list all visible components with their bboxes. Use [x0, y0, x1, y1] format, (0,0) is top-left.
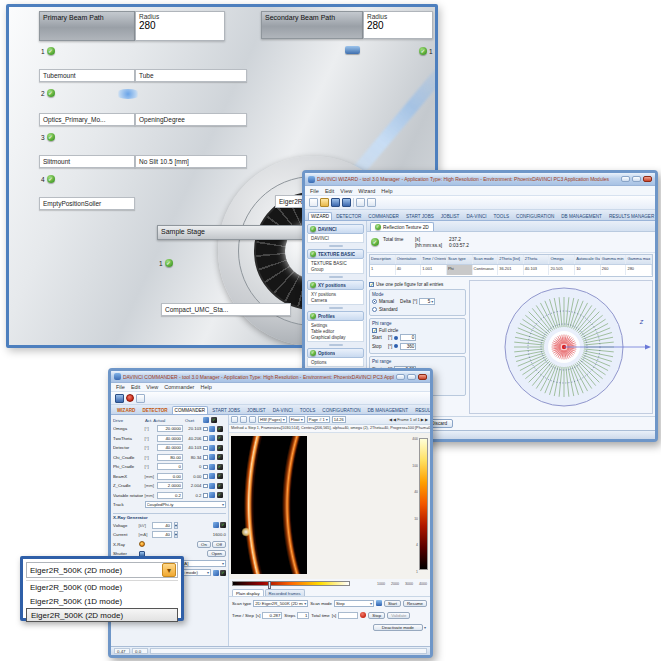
chart-icon[interactable] — [209, 473, 215, 479]
sidebar-group-davinci[interactable]: ✓DAVINCI — [307, 224, 364, 234]
chart-icon[interactable] — [213, 570, 219, 576]
cell-scan-type[interactable]: Phi — [447, 265, 473, 275]
sidebar-group-texture-basic[interactable]: ✓TEXTURE BASIC — [307, 249, 364, 259]
close-button[interactable] — [418, 374, 427, 380]
menu-edit[interactable]: Edit — [325, 188, 334, 194]
cell-omega[interactable]: 20.505 — [549, 265, 575, 275]
voltage-input[interactable]: 40 — [152, 522, 172, 529]
tab-reflection-texture-2d[interactable]: ✓ Reflection Texture 2D — [370, 222, 434, 231]
steps-input[interactable]: 1 — [297, 612, 309, 619]
display-tab-plain-display[interactable]: Plain display — [232, 589, 264, 596]
new-file-icon[interactable] — [309, 198, 318, 207]
detector-frame-image[interactable] — [231, 436, 307, 574]
flag-icon[interactable]: ✓ — [217, 445, 223, 451]
dropdown-option-0[interactable]: Eiger2R_500K (0D mode) — [26, 581, 178, 595]
cell-time-orientation[interactable]: 1.001 — [421, 265, 447, 275]
optics-mount-box[interactable]: Optics_Primary_Mo... — [39, 113, 135, 126]
flag-icon[interactable]: ✓ — [217, 483, 223, 489]
tab-db-management[interactable]: DB MANAGEMENT — [365, 406, 412, 414]
float-select[interactable]: Float ▾ — [289, 416, 305, 423]
save-all-icon[interactable] — [342, 198, 351, 207]
cell-orientation[interactable]: 40 — [396, 265, 422, 275]
drive-checkbox[interactable] — [203, 427, 208, 432]
phi-start-input[interactable]: 0 — [400, 334, 416, 341]
first-frame-icon[interactable]: ◀ — [389, 417, 392, 422]
chart-icon[interactable] — [209, 492, 215, 498]
flag-icon[interactable]: ✓ — [217, 464, 223, 470]
chart-icon[interactable] — [209, 483, 215, 489]
sidebar-group-profiles[interactable]: ✓Profiles — [307, 311, 364, 321]
lock-icon[interactable] — [356, 198, 365, 207]
menu-view[interactable]: View — [146, 384, 158, 390]
menu-edit[interactable]: Edit — [131, 384, 140, 390]
dropdown-option-1[interactable]: Eiger2R_500K (1D mode) — [26, 595, 178, 609]
tab-commander[interactable]: COMMANDER — [365, 212, 402, 220]
layout-split-icon[interactable] — [240, 416, 247, 423]
sidebar-group-options[interactable]: ✓Options — [307, 348, 364, 358]
check-icon[interactable]: ✓ — [165, 259, 173, 267]
display-tab-recorded-frames[interactable]: Recorded frames — [265, 589, 305, 596]
menu-commander[interactable]: Commander — [164, 384, 194, 390]
tab-detector[interactable]: DETECTOR — [333, 212, 364, 220]
chart-icon[interactable] — [209, 464, 215, 470]
sidebar-item-graphical-display[interactable]: Graphical display — [310, 334, 361, 340]
check-icon[interactable]: ✓ — [47, 89, 55, 97]
flag-icon[interactable]: ✓ — [217, 454, 223, 460]
drive-checkbox[interactable] — [203, 484, 208, 489]
chart-icon[interactable] — [209, 426, 215, 432]
intensity-gradient-slider[interactable] — [232, 581, 350, 586]
secondary-component-icon[interactable] — [345, 46, 360, 54]
drive-target-input[interactable]: 0 — [157, 463, 183, 470]
sidebar-item-camera[interactable]: Camera — [310, 297, 361, 303]
drive-target-input[interactable]: 20.0000 — [157, 425, 183, 432]
flag-icon[interactable]: ✓ — [217, 492, 223, 498]
tab-joblist[interactable]: JOBLIST — [244, 406, 269, 414]
stop-button[interactable]: Stop — [368, 612, 385, 619]
full-circle-checkbox[interactable] — [372, 328, 377, 333]
drive-target-input[interactable]: 40.0000 — [157, 444, 183, 451]
opening-degree-box[interactable]: OpeningDegree — [135, 113, 247, 126]
sidebar-item-davinci[interactable]: DAVINCI — [310, 235, 361, 241]
tab-configuration[interactable]: CONFIGURATION — [319, 406, 363, 414]
current-input[interactable]: 40 — [152, 531, 172, 538]
menu-file[interactable]: File — [310, 188, 319, 194]
tab-db-management[interactable]: DB MANAGEMENT — [558, 212, 605, 220]
tab-start-jobs[interactable]: START JOBS — [209, 406, 243, 414]
chart-icon[interactable] — [209, 435, 215, 441]
calculator-icon[interactable] — [136, 394, 145, 403]
track-select[interactable]: CoupledPhi-ty ▾ — [145, 501, 227, 508]
dropdown-option-2[interactable]: Eiger2R_500K (2D mode) — [26, 608, 178, 622]
current-spinner[interactable] — [174, 531, 178, 538]
save-icon[interactable] — [115, 394, 124, 403]
tab-start-jobs[interactable]: START JOBS — [403, 212, 437, 220]
slider-handle[interactable] — [268, 581, 271, 589]
xray-on-button[interactable]: On — [197, 541, 211, 548]
menu-file[interactable]: File — [116, 384, 125, 390]
separator-handle[interactable] — [329, 344, 343, 346]
cell-gamma-max[interactable]: 280 — [626, 265, 652, 275]
drive-target-input[interactable]: 40.0000 — [157, 435, 183, 442]
separator-handle[interactable] — [329, 245, 343, 247]
separator-handle[interactable] — [329, 276, 343, 278]
delta-select[interactable]: 5 ▾ — [419, 298, 435, 305]
sidebar-group-xy-positions[interactable]: ✓XY positions — [307, 280, 364, 290]
tab-tools[interactable]: TOOLS — [297, 406, 319, 414]
tab-detector[interactable]: DETECTOR — [139, 406, 170, 414]
tubemount-box[interactable]: Tubemount — [39, 69, 135, 82]
cell-2theta[interactable]: 40.103 — [524, 265, 550, 275]
tab-commander[interactable]: COMMANDER — [172, 406, 209, 414]
tube-box[interactable]: Tube — [135, 69, 247, 82]
stage-label-box[interactable]: Compact_UMC_Sta... — [161, 303, 291, 316]
drive-target-input[interactable]: 0.2 — [157, 492, 183, 499]
flag-icon[interactable]: ✓ — [220, 570, 226, 576]
tab-da-vinci[interactable]: DA-VINCI — [463, 212, 489, 220]
maximize-button[interactable] — [632, 176, 641, 182]
detector-mode-combobox[interactable]: Eiger2R_500K (2D mode) ▾ — [26, 562, 178, 578]
chart-icon[interactable] — [209, 445, 215, 451]
cell-autoscale-gamma[interactable]: 10 — [575, 265, 601, 275]
print-icon[interactable] — [367, 198, 376, 207]
drive-checkbox[interactable] — [203, 493, 208, 498]
deactivate-mode-button[interactable]: Deactivate mode — [373, 624, 423, 631]
pole-figure-plot[interactable]: Z — [469, 280, 653, 414]
no-slit-box[interactable]: No Slit 10.5 [mm] — [135, 155, 247, 168]
